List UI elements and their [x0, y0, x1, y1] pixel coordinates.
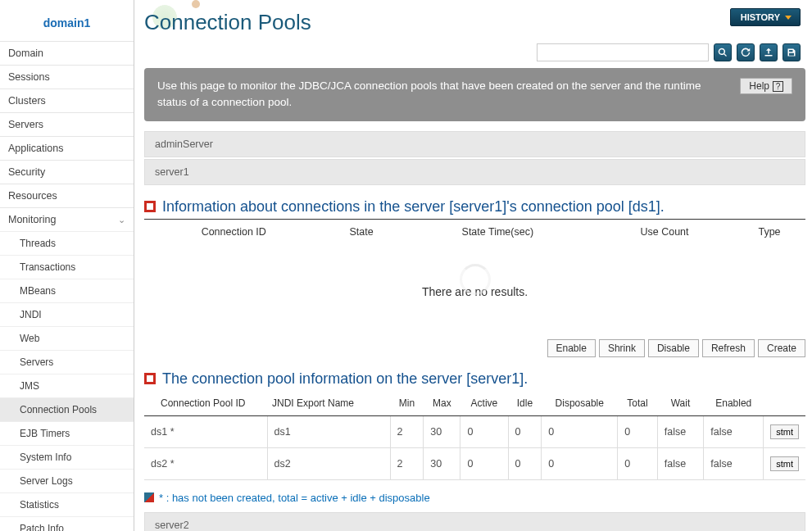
- cell-idle: 0: [508, 447, 542, 479]
- refresh-icon-button[interactable]: [737, 43, 755, 61]
- help-button[interactable]: Help ?: [740, 78, 792, 94]
- col-jndi: JNDI Export Name: [267, 391, 390, 416]
- dropdown-triangle-icon: [785, 16, 792, 20]
- nav-sub-statistics[interactable]: Statistics: [0, 492, 134, 516]
- page-title: Connection Pools: [144, 10, 311, 35]
- cell-max: 30: [424, 415, 460, 447]
- col-active: Active: [460, 391, 508, 416]
- cell-min: 2: [390, 415, 424, 447]
- server-row-server2[interactable]: server2: [144, 512, 805, 532]
- nav-sub-jms[interactable]: JMS: [0, 374, 134, 397]
- col-type: Type: [733, 220, 805, 244]
- refresh-icon: [741, 48, 751, 57]
- pool-info-table: Connection Pool ID JNDI Export Name Min …: [144, 391, 805, 480]
- cell-wait: false: [657, 447, 703, 479]
- section1-header: Information about connections in the ser…: [144, 198, 805, 216]
- col-disposable: Disposable: [542, 391, 618, 416]
- nav-sessions[interactable]: Sessions: [0, 65, 134, 88]
- col-idle: Idle: [508, 391, 542, 416]
- col-enabled: Enabled: [704, 391, 764, 416]
- connections-table: Connection ID State State Time(sec) Use …: [144, 220, 805, 323]
- history-button[interactable]: HISTORY: [730, 8, 801, 26]
- footnote: * : has not been created, total = active…: [144, 492, 805, 504]
- nav-monitoring[interactable]: Monitoring ⌄: [0, 207, 134, 231]
- stmt-button[interactable]: stmt: [770, 424, 799, 439]
- empty-row: There are no results.: [144, 244, 805, 323]
- nav-sub-ejb-timers[interactable]: EJB Timers: [0, 421, 134, 445]
- cell-jndi: ds1: [267, 415, 390, 447]
- cell-min: 2: [390, 447, 424, 479]
- col-use-count: Use Count: [596, 220, 733, 244]
- table-row: ds1 * ds1 2 30 0 0 0 0 false false stmt: [144, 415, 805, 447]
- section1-title: Information about connections in the ser…: [162, 198, 665, 216]
- nav-servers[interactable]: Servers: [0, 112, 134, 136]
- stmt-button[interactable]: stmt: [770, 456, 799, 471]
- upload-icon: [764, 48, 773, 57]
- nav-sub-servers[interactable]: Servers: [0, 350, 134, 374]
- nav-applications[interactable]: Applications: [0, 136, 134, 160]
- nav-sub-connection-pools[interactable]: Connection Pools: [0, 397, 134, 421]
- search-icon-button[interactable]: [714, 43, 732, 61]
- cell-enabled: false: [704, 415, 764, 447]
- cell-pool-id[interactable]: ds1 *: [144, 415, 267, 447]
- nav-sub-jndi[interactable]: JNDI: [0, 302, 134, 326]
- spinner-icon: [460, 264, 491, 295]
- nav-sub-transactions[interactable]: Transactions: [0, 255, 134, 279]
- help-icon: ?: [773, 81, 783, 92]
- cell-max: 30: [424, 447, 460, 479]
- cell-disposable: 0: [542, 415, 618, 447]
- col-state-time: State Time(sec): [400, 220, 596, 244]
- table-row: ds2 * ds2 2 30 0 0 0 0 false false stmt: [144, 447, 805, 479]
- nav-clusters[interactable]: Clusters: [0, 88, 134, 112]
- create-button[interactable]: Create: [758, 339, 805, 357]
- refresh-button[interactable]: Refresh: [702, 339, 755, 357]
- nav-sub-web[interactable]: Web: [0, 326, 134, 350]
- save-icon-button[interactable]: [783, 43, 801, 61]
- nav-monitoring-label: Monitoring: [8, 214, 56, 225]
- cell-active: 0: [460, 447, 508, 479]
- export-icon-button[interactable]: [760, 43, 778, 61]
- history-label: HISTORY: [741, 12, 780, 22]
- table-header-row: Connection Pool ID JNDI Export Name Min …: [144, 391, 805, 416]
- col-action: [764, 391, 805, 416]
- nav-sub-threads[interactable]: Threads: [0, 231, 134, 255]
- search-icon: [718, 48, 728, 57]
- disable-button[interactable]: Disable: [648, 339, 699, 357]
- cell-active: 0: [460, 415, 508, 447]
- nav-resources[interactable]: Resources: [0, 184, 134, 207]
- server-row-admin[interactable]: adminServer: [144, 131, 805, 157]
- col-pool-id: Connection Pool ID: [144, 391, 267, 416]
- section2-header: The connection pool information on the s…: [144, 370, 805, 388]
- cell-wait: false: [657, 415, 703, 447]
- sidebar: domain1 Domain Sessions Clusters Servers…: [0, 0, 134, 531]
- enable-button[interactable]: Enable: [547, 339, 596, 357]
- server-row-server1[interactable]: server1: [144, 159, 805, 185]
- section-square-icon: [144, 201, 156, 212]
- cell-enabled: false: [704, 447, 764, 479]
- col-state: State: [324, 220, 400, 244]
- nav-domain[interactable]: Domain: [0, 41, 134, 65]
- cell-jndi: ds2: [267, 447, 390, 479]
- nav-sub-server-logs[interactable]: Server Logs: [0, 469, 134, 492]
- action-buttons: Enable Shrink Disable Refresh Create: [144, 339, 805, 357]
- section2-title: The connection pool information on the s…: [162, 370, 528, 388]
- search-input[interactable]: [537, 43, 709, 61]
- col-connection-id: Connection ID: [144, 220, 324, 244]
- nav-sub-mbeans[interactable]: MBeans: [0, 279, 134, 302]
- help-label: Help: [749, 80, 769, 92]
- cell-disposable: 0: [542, 447, 618, 479]
- footnote-text: * : has not been created, total = active…: [159, 492, 430, 504]
- main-content: Connection Pools HISTORY Use this page t…: [134, 0, 812, 531]
- cell-total: 0: [618, 415, 658, 447]
- save-icon: [787, 48, 796, 57]
- nav-security[interactable]: Security: [0, 160, 134, 184]
- nav-sub-system-info[interactable]: System Info: [0, 445, 134, 469]
- shrink-button[interactable]: Shrink: [599, 339, 645, 357]
- footnote-icon: [144, 492, 154, 502]
- domain-label[interactable]: domain1: [0, 0, 134, 41]
- banner-text: Use this page to monitor the JDBC/JCA co…: [157, 78, 727, 111]
- chevron-down-icon: ⌄: [118, 215, 125, 225]
- nav-sub-patch-info[interactable]: Patch Info: [0, 516, 134, 531]
- cell-pool-id[interactable]: ds2 *: [144, 447, 267, 479]
- section-square-icon: [144, 373, 156, 384]
